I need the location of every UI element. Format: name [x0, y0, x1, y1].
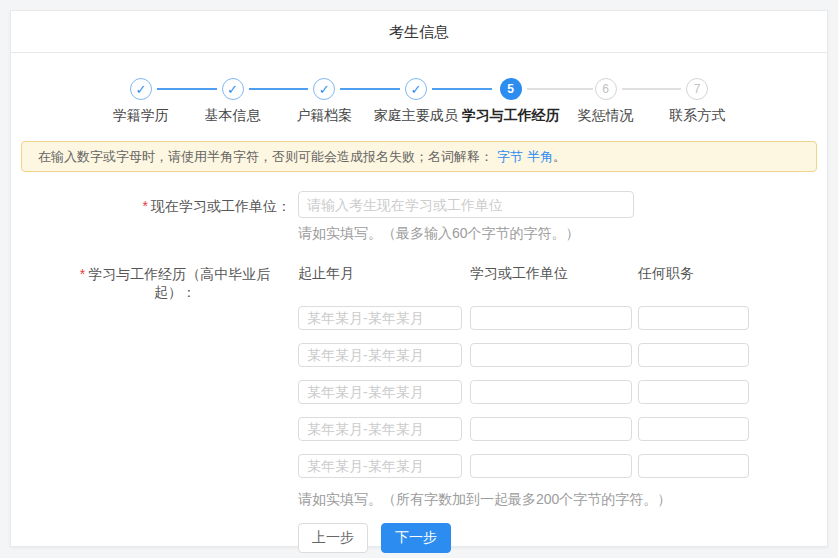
- required-asterisk: *: [143, 198, 148, 214]
- step-item-4[interactable]: ✓家庭主要成员: [370, 78, 462, 125]
- experience-duty-input[interactable]: [638, 343, 749, 367]
- column-header-duty: 任何职务: [638, 265, 749, 283]
- next-step-button[interactable]: 下一步: [381, 523, 451, 553]
- column-header-period: 起止年月: [298, 265, 462, 283]
- experience-period-input[interactable]: [298, 417, 462, 441]
- experience-duty-input[interactable]: [638, 306, 749, 330]
- step-number-badge: 7: [686, 78, 708, 100]
- notice-suffix: 。: [553, 149, 566, 164]
- current-unit-label: *现在学习或工作单位：: [11, 191, 291, 215]
- experience-unit-input[interactable]: [470, 417, 632, 441]
- step-label: 户籍档案: [278, 107, 370, 125]
- page-title: 考生信息: [11, 11, 827, 53]
- experience-duty-input[interactable]: [638, 454, 749, 478]
- step-check-icon: ✓: [313, 78, 335, 100]
- experience-unit-input[interactable]: [470, 454, 632, 478]
- experience-unit-input[interactable]: [470, 380, 632, 404]
- notice-text: 在输入数字或字母时，请使用半角字符，否则可能会造成报名失败；名词解释：: [38, 149, 493, 164]
- current-unit-help-text: 请如实填写。（最多输入60个字节的字符。）: [298, 225, 634, 243]
- experience-unit-input[interactable]: [470, 343, 632, 367]
- step-item-1[interactable]: ✓学籍学历: [95, 78, 187, 125]
- experience-period-input[interactable]: [298, 454, 462, 478]
- step-label: 基本信息: [187, 107, 279, 125]
- experience-row-4: [298, 417, 749, 441]
- step-check-icon: ✓: [130, 78, 152, 100]
- current-unit-content: 请如实填写。（最多输入60个字节的字符。）: [298, 191, 634, 243]
- step-item-6[interactable]: 6奖惩情况: [560, 78, 652, 125]
- experience-row-1: [298, 306, 749, 330]
- wizard-stepper: ✓学籍学历✓基本信息✓户籍档案✓家庭主要成员5学习与工作经历6奖惩情况7联系方式: [95, 78, 743, 125]
- halfwidth-glossary-link[interactable]: 半角: [527, 149, 553, 164]
- experience-help-text: 请如实填写。（所有字数加到一起最多200个字节的字符。）: [298, 491, 749, 509]
- step-label: 学籍学历: [95, 107, 187, 125]
- column-header-unit: 学习或工作单位: [470, 265, 632, 283]
- step-item-2[interactable]: ✓基本信息: [187, 78, 279, 125]
- experience-period-input[interactable]: [298, 380, 462, 404]
- required-asterisk: *: [80, 266, 85, 282]
- experience-rows: [298, 306, 749, 478]
- experience-table-header: 起止年月 学习或工作单位 任何职务: [298, 259, 749, 283]
- step-check-icon: ✓: [405, 78, 427, 100]
- step-item-5[interactable]: 5学习与工作经历: [462, 78, 560, 125]
- step-label: 家庭主要成员: [370, 107, 462, 125]
- previous-step-button[interactable]: 上一步: [298, 523, 368, 553]
- step-label: 学习与工作经历: [462, 107, 560, 125]
- experience-row-2: [298, 343, 749, 367]
- experience-duty-input[interactable]: [638, 417, 749, 441]
- experience-form: *现在学习或工作单位： 请如实填写。（最多输入60个字节的字符。） *学习与工作…: [11, 191, 827, 553]
- step-label: 联系方式: [651, 107, 743, 125]
- experience-duty-input[interactable]: [638, 380, 749, 404]
- current-unit-input[interactable]: [298, 191, 634, 218]
- experience-unit-input[interactable]: [470, 306, 632, 330]
- step-label: 奖惩情况: [560, 107, 652, 125]
- candidate-info-card: 考生信息 ✓学籍学历✓基本信息✓户籍档案✓家庭主要成员5学习与工作经历6奖惩情况…: [10, 10, 828, 547]
- experience-table: 起止年月 学习或工作单位 任何职务 请如实填写。（所有字数加到一起最多200个字…: [298, 259, 749, 553]
- wizard-actions: 上一步 下一步: [298, 523, 749, 553]
- step-item-3[interactable]: ✓户籍档案: [278, 78, 370, 125]
- halfwidth-notice-bar: 在输入数字或字母时，请使用半角字符，否则可能会造成报名失败；名词解释：字节半角。: [21, 141, 817, 172]
- experience-row-3: [298, 380, 749, 404]
- experience-label: *学习与工作经历（高中毕业后起）：: [11, 259, 291, 301]
- step-number-badge: 6: [595, 78, 617, 100]
- experience-period-input[interactable]: [298, 343, 462, 367]
- experience-field-row: *学习与工作经历（高中毕业后起）： 起止年月 学习或工作单位 任何职务 请如实填…: [11, 259, 827, 553]
- current-unit-field-row: *现在学习或工作单位： 请如实填写。（最多输入60个字节的字符。）: [11, 191, 827, 243]
- step-number-badge: 5: [500, 78, 522, 100]
- step-check-icon: ✓: [222, 78, 244, 100]
- byte-glossary-link[interactable]: 字节: [497, 149, 523, 164]
- experience-period-input[interactable]: [298, 306, 462, 330]
- experience-row-5: [298, 454, 749, 478]
- step-item-7[interactable]: 7联系方式: [651, 78, 743, 125]
